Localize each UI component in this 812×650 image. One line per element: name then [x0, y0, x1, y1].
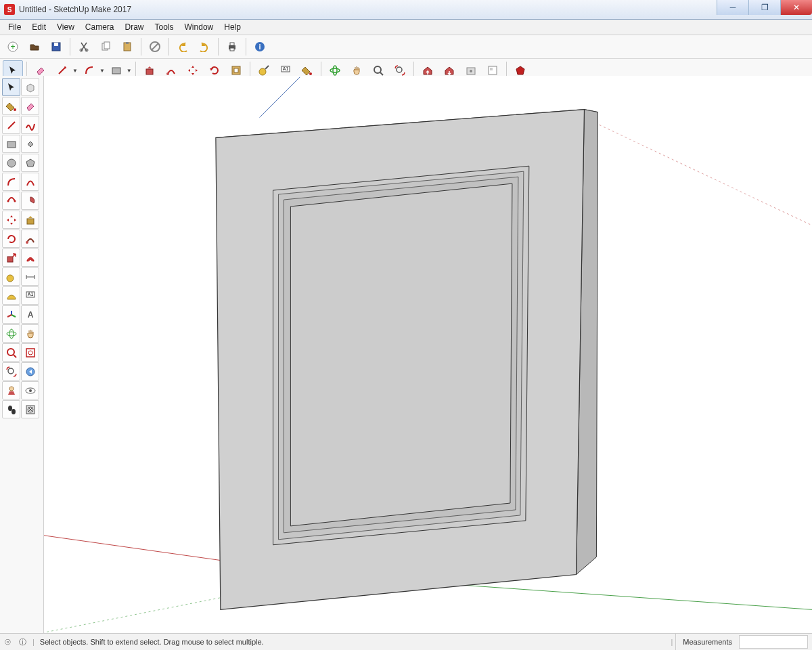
offset-tool[interactable] — [21, 248, 39, 267]
3pt-arc-tool[interactable] — [2, 192, 20, 210]
dimension-tool[interactable] — [21, 267, 39, 286]
svg-rect-9 — [126, 42, 129, 44]
save-icon — [51, 41, 62, 52]
svg-rect-41 — [27, 219, 34, 224]
svg-point-62 — [9, 387, 14, 391]
menu-window[interactable]: Window — [179, 21, 219, 33]
menu-edit[interactable]: Edit — [26, 21, 51, 33]
followme-tool-icon — [166, 65, 177, 76]
svg-point-38 — [7, 159, 16, 167]
svg-point-31 — [397, 67, 402, 72]
credits-icon[interactable]: ⓘ — [15, 637, 30, 647]
red-axis-neg — [570, 111, 812, 225]
svg-rect-18 — [146, 69, 153, 74]
copy-button[interactable] — [95, 37, 116, 57]
move-tool[interactable] — [2, 211, 20, 229]
menu-draw[interactable]: Draw — [120, 21, 150, 33]
delete-icon — [150, 41, 160, 52]
menu-file[interactable]: File — [3, 21, 26, 33]
position-camera-tool[interactable] — [2, 381, 20, 399]
menu-tools[interactable]: Tools — [150, 21, 179, 33]
geolocation-icon[interactable]: ⦾ — [0, 638, 15, 647]
followme-icon — [25, 234, 36, 244]
zoom-extents-tool[interactable] — [2, 362, 20, 381]
open-file-button[interactable] — [24, 37, 45, 57]
orbit-tool[interactable] — [2, 324, 20, 343]
redo-icon — [199, 41, 210, 52]
zoom-tool[interactable] — [2, 343, 20, 362]
measurements-input[interactable] — [739, 635, 808, 649]
zoom-window-tool[interactable] — [21, 343, 39, 362]
eraser-tool[interactable] — [21, 97, 39, 115]
eraser-icon — [25, 101, 36, 112]
close-button[interactable]: ✕ — [780, 0, 812, 15]
measurements-label: Measurements — [675, 634, 739, 650]
svg-line-51 — [12, 315, 16, 317]
dropdown-arrow-icon[interactable]: ▼ — [99, 68, 105, 74]
freehand-tool[interactable] — [21, 116, 39, 134]
zoom-icon — [6, 347, 17, 358]
paint-bucket-tool[interactable] — [2, 97, 20, 115]
make-component-tool[interactable] — [21, 78, 39, 96]
walk-tool[interactable] — [2, 400, 20, 418]
rectangle-tool[interactable] — [2, 135, 20, 153]
svg-rect-35 — [490, 68, 493, 70]
look-around-tool[interactable] — [21, 381, 39, 399]
axes-tool[interactable] — [2, 305, 20, 324]
paste-button[interactable] — [117, 37, 137, 57]
offset-icon — [25, 253, 36, 263]
minimize-button[interactable]: ─ — [717, 0, 748, 15]
select-tool[interactable] — [2, 78, 20, 96]
followme-tool[interactable] — [21, 230, 39, 248]
text-tool[interactable]: A1 — [21, 286, 39, 305]
paste-icon — [122, 41, 133, 52]
redo-button[interactable] — [194, 37, 215, 57]
print-icon — [227, 41, 238, 52]
rotated-rect-tool[interactable] — [21, 135, 39, 153]
app-icon: S — [4, 4, 15, 15]
maximize-button[interactable]: ❐ — [748, 0, 780, 15]
line-tool[interactable] — [2, 116, 20, 134]
orbit-tool-icon — [330, 65, 340, 76]
pie-tool[interactable] — [21, 192, 39, 210]
2pt-arc-tool[interactable] — [21, 173, 39, 191]
svg-text:A1: A1 — [27, 292, 33, 297]
circle-tool[interactable] — [2, 154, 20, 172]
pushpull-tool[interactable] — [21, 211, 39, 229]
model-info-button[interactable]: i — [250, 37, 270, 57]
cut-button[interactable] — [74, 37, 94, 57]
print-button[interactable] — [222, 37, 242, 57]
model-viewport[interactable] — [44, 76, 812, 634]
menu-camera[interactable]: Camera — [80, 21, 120, 33]
cut-icon — [78, 41, 89, 52]
menu-help[interactable]: Help — [219, 21, 246, 33]
scale-tool[interactable] — [2, 248, 20, 267]
rotate-tool[interactable] — [2, 230, 20, 248]
warehouse-upload-icon — [422, 65, 433, 76]
svg-point-40 — [14, 200, 16, 202]
save-button[interactable] — [46, 37, 66, 57]
arc-tool[interactable] — [2, 173, 20, 191]
svg-text:A: A — [27, 310, 33, 320]
polygon-tool[interactable] — [21, 154, 39, 172]
zoom-extents-icon — [6, 366, 17, 377]
dropdown-arrow-icon[interactable]: ▼ — [127, 68, 132, 74]
orbit-icon — [6, 328, 17, 339]
svg-point-39 — [7, 200, 9, 202]
pan-icon — [25, 328, 36, 339]
undo-button[interactable] — [173, 37, 193, 57]
svg-point-19 — [166, 72, 169, 75]
statusbar: ⦾ ⓘ | Select objects. Shift to extend se… — [0, 633, 812, 650]
viewport-scene — [44, 76, 812, 634]
protractor-tool[interactable] — [2, 286, 20, 305]
menu-view[interactable]: View — [51, 21, 80, 33]
new-file-button[interactable]: + — [3, 37, 23, 57]
dimension-icon — [25, 272, 36, 282]
delete-button[interactable] — [145, 37, 165, 57]
tape-tool[interactable] — [2, 267, 20, 286]
previous-view-tool[interactable] — [21, 362, 39, 381]
section-plane-tool[interactable] — [21, 400, 39, 418]
3dtext-tool[interactable]: A — [21, 305, 39, 324]
pan-tool[interactable] — [21, 324, 39, 343]
dropdown-arrow-icon[interactable]: ▼ — [72, 68, 78, 74]
